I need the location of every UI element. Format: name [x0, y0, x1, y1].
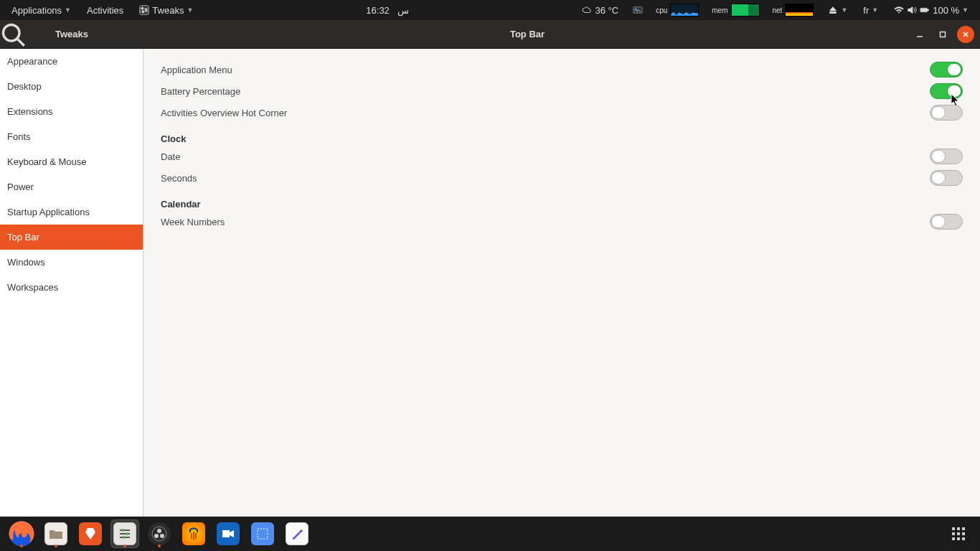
obs-icon — [148, 522, 171, 545]
system-monitor-indicator[interactable] — [628, 5, 647, 15]
sidebar-item-power[interactable]: Power — [0, 174, 143, 199]
battery-percentage: 100 % — [933, 5, 959, 16]
toggle-knob — [931, 171, 946, 184]
chevron-down-icon: ▼ — [872, 6, 878, 14]
sidebar-item-extensions[interactable]: Extensions — [0, 99, 143, 124]
toggle-knob — [931, 150, 946, 163]
sidebar-item-fonts[interactable]: Fonts — [0, 124, 143, 149]
dock-icon-obs[interactable] — [145, 519, 174, 548]
show-applications-button[interactable] — [944, 519, 973, 548]
sidebar-item-keyboard-mouse[interactable]: Keyboard & Mouse — [0, 149, 143, 174]
maximize-button[interactable] — [934, 26, 951, 43]
system-status-area[interactable]: 100 % ▼ — [888, 0, 974, 20]
audacity-icon — [182, 522, 205, 545]
clock-locale: س — [397, 5, 409, 16]
svg-point-21 — [121, 529, 124, 532]
svg-point-25 — [157, 529, 161, 533]
clock-time: 16:32 — [366, 5, 390, 16]
sidebar-item-desktop[interactable]: Desktop — [0, 74, 143, 99]
content-area: Application MenuBattery PercentageActivi… — [143, 49, 980, 517]
net-indicator[interactable]: net — [768, 4, 819, 17]
running-indicator — [55, 545, 57, 547]
dock-icon-screenshot[interactable] — [248, 519, 277, 548]
toggle-application-menu[interactable] — [930, 62, 963, 77]
cpu-indicator[interactable]: cpu — [651, 4, 703, 17]
dock-icon-firefox[interactable] — [7, 519, 36, 548]
sidebar-item-top-bar[interactable]: Top Bar — [0, 225, 143, 250]
net-label: net — [773, 6, 783, 14]
svg-rect-32 — [258, 529, 268, 539]
sidebar: AppearanceDesktopExtensionsFontsKeyboard… — [0, 49, 143, 517]
pulse-icon — [633, 5, 643, 15]
active-app-menu[interactable]: Tweaks ▼ — [133, 0, 199, 20]
wifi-icon — [894, 5, 904, 15]
svg-point-22 — [126, 532, 128, 535]
setting-label: Battery Percentage — [161, 86, 930, 97]
svg-rect-10 — [928, 9, 929, 11]
sidebar-item-workspaces[interactable]: Workspaces — [0, 275, 143, 300]
kdenlive-icon — [217, 522, 240, 545]
page-title: Top Bar — [143, 29, 911, 39]
close-button[interactable] — [957, 26, 974, 43]
text-editor-icon — [286, 522, 308, 545]
toggle-week-numbers[interactable] — [930, 214, 963, 230]
mem-graph — [731, 4, 760, 17]
dock-icon-text-editor[interactable] — [283, 519, 311, 548]
mem-indicator[interactable]: mem — [707, 4, 763, 17]
volume-icon — [907, 5, 917, 15]
toggle-activities-overview-hot-corner[interactable] — [930, 105, 963, 121]
chevron-down-icon: ▼ — [187, 6, 193, 14]
svg-line-12 — [18, 39, 24, 45]
svg-rect-29 — [193, 532, 194, 540]
sidebar-item-startup-applications[interactable]: Startup Applications — [0, 199, 143, 225]
cpu-label: cpu — [656, 6, 667, 14]
toggle-battery-percentage[interactable] — [930, 83, 963, 99]
software-icon — [79, 522, 102, 545]
search-icon — [0, 22, 26, 47]
clock[interactable]: 16:32 س — [360, 0, 415, 20]
running-indicator — [123, 545, 126, 547]
active-app-label: Tweaks — [152, 5, 184, 16]
titlebar: Tweaks Top Bar — [0, 20, 980, 49]
toggle-seconds[interactable] — [930, 170, 963, 186]
setting-row: Activities Overview Hot Corner — [161, 102, 963, 123]
files-icon — [44, 522, 67, 545]
maximize-icon — [939, 31, 946, 38]
tweaks-window: Tweaks Top Bar AppearanceDesktopExtensio… — [0, 20, 980, 517]
dock — [0, 517, 980, 551]
sidebar-item-windows[interactable]: Windows — [0, 250, 143, 275]
dock-icon-software[interactable] — [76, 519, 105, 548]
activities-button[interactable]: Activities — [81, 0, 129, 20]
sidebar-item-appearance[interactable]: Appearance — [0, 49, 143, 74]
battery-icon — [920, 5, 930, 15]
svg-rect-14 — [941, 32, 946, 37]
toggle-knob — [931, 215, 946, 228]
section-header-clock: Clock — [161, 133, 963, 144]
setting-label: Application Menu — [161, 65, 930, 75]
svg-point-11 — [4, 24, 20, 41]
weather-indicator[interactable]: 36 °C — [576, 0, 624, 20]
setting-label: Activities Overview Hot Corner — [161, 108, 930, 118]
keyboard-layout-indicator[interactable]: fr ▼ — [857, 0, 884, 20]
gnome-top-panel: Applications ▼ Activities Tweaks ▼ 16:32… — [0, 0, 980, 20]
removable-media-indicator[interactable]: ▼ — [822, 0, 853, 20]
dock-icon-tweaks[interactable] — [110, 519, 139, 548]
net-graph — [785, 4, 814, 17]
dock-icon-files[interactable] — [42, 519, 70, 548]
minimize-button[interactable] — [911, 26, 928, 43]
app-title: Tweaks — [26, 29, 118, 39]
tweaks-icon — [113, 522, 136, 545]
applications-menu[interactable]: Applications ▼ — [6, 0, 77, 20]
setting-label: Week Numbers — [161, 217, 930, 227]
svg-point-23 — [123, 536, 126, 539]
dock-icon-kdenlive[interactable] — [214, 519, 242, 548]
dock-icon-audacity[interactable] — [179, 519, 208, 548]
toggle-knob — [947, 63, 961, 76]
search-button[interactable] — [0, 20, 26, 48]
toggle-date[interactable] — [930, 149, 963, 164]
svg-point-27 — [160, 534, 164, 538]
weather-icon — [582, 5, 592, 15]
weather-temp: 36 °C — [595, 5, 618, 16]
eject-icon — [828, 5, 838, 15]
setting-row: Application Menu — [161, 59, 963, 80]
